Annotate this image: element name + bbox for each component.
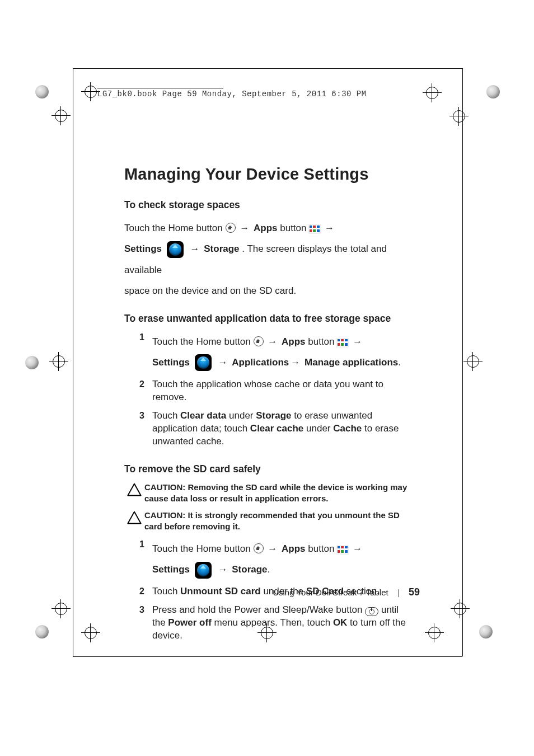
print-dot-icon <box>479 625 493 638</box>
text: . The screen displays the total and avai… <box>124 243 387 275</box>
footer-separator: | <box>391 588 406 597</box>
paragraph: space on the device and on the SD card. <box>124 285 410 298</box>
step-number: 1 <box>124 331 152 344</box>
settings-icon <box>195 562 212 579</box>
caution-label: CAUTION: <box>144 482 188 492</box>
step-item: 3 Press and hold the Power and Sleep/Wak… <box>124 604 410 642</box>
step-item: 1 Touch the Home button → Apps button → … <box>124 538 410 580</box>
label-apps: Apps <box>254 223 278 233</box>
text: Touch <box>152 586 180 597</box>
step-text: Press and hold the Power and Sleep/Wake … <box>152 604 410 642</box>
arrow-icon: → <box>217 564 229 575</box>
arrow-icon: → <box>351 336 364 347</box>
registration-mark-icon <box>81 623 100 642</box>
label-storage: Storage <box>256 410 291 421</box>
registration-mark-icon <box>51 106 71 125</box>
text: under <box>229 410 256 421</box>
print-dot-icon <box>35 85 49 98</box>
content-block: Managing Your Device Settings To check s… <box>124 163 410 657</box>
print-dot-icon <box>25 356 39 369</box>
crop-frame-left <box>73 68 73 656</box>
home-icon <box>226 223 236 233</box>
header-rule <box>97 88 223 89</box>
page-title: Managing Your Device Settings <box>124 163 410 185</box>
label-power-off: Power off <box>168 617 211 628</box>
text: button <box>308 336 337 347</box>
label-settings: Settings <box>124 243 162 254</box>
apps-grid-icon <box>309 225 320 233</box>
label-cache: Cache <box>333 423 362 434</box>
registration-mark-icon <box>463 352 483 371</box>
text: Touch <box>152 410 180 421</box>
step-number: 2 <box>124 378 152 391</box>
step-item: 1 Touch the Home button → Apps button → … <box>124 331 410 373</box>
registration-mark-icon <box>49 352 68 371</box>
label-ok: OK <box>333 617 348 628</box>
text: button <box>308 543 337 554</box>
step-item: 3 Touch Clear data under Storage to eras… <box>124 410 410 448</box>
text: button <box>280 223 309 233</box>
print-dot-icon <box>35 625 49 638</box>
label-storage: Storage <box>232 564 267 575</box>
caution-block: CAUTION: Removing the SD card while the … <box>124 482 410 505</box>
arrow-icon: → <box>323 223 336 233</box>
text: Touch the Home button <box>124 223 226 233</box>
label-apps: Apps <box>282 543 306 554</box>
label-applications: Applications <box>232 357 289 368</box>
section-remove-sd: To remove the SD card safely CAUTION: Re… <box>124 463 410 642</box>
footer-book-title: Using Your Dell Streak 7 Tablet <box>273 588 388 597</box>
step-number: 3 <box>124 410 152 422</box>
section-check-storage: To check storage spaces Touch the Home b… <box>124 199 410 298</box>
text: under <box>306 423 333 434</box>
label-clear-cache: Clear cache <box>250 423 303 434</box>
step-text: Touch the application whose cache or dat… <box>152 378 410 404</box>
caution-text: CAUTION: It is strongly recommended that… <box>144 510 410 533</box>
arrow-icon: → <box>217 357 229 368</box>
step-text: Touch Clear data under Storage to erase … <box>152 410 410 448</box>
step-text: Touch the Home button → Apps button → Se… <box>152 331 410 373</box>
caution-triangle-icon <box>124 510 144 525</box>
crop-frame-right <box>462 68 463 656</box>
print-dot-icon <box>486 85 500 98</box>
power-button-icon <box>365 607 378 616</box>
arrow-icon: → <box>189 243 202 254</box>
settings-icon <box>195 354 212 371</box>
arrow-icon: → <box>289 357 302 368</box>
home-icon <box>254 336 264 346</box>
label-manage-apps: Manage applications <box>305 357 398 368</box>
home-icon <box>254 543 264 553</box>
label-clear-data: Clear data <box>180 410 226 421</box>
arrow-icon: → <box>266 543 279 554</box>
page-footer: Using Your Dell Streak 7 Tablet | 59 <box>235 586 420 598</box>
section-heading: To remove the SD card safely <box>124 463 410 476</box>
registration-mark-icon <box>451 599 470 618</box>
section-heading: To check storage spaces <box>124 199 410 212</box>
label-apps: Apps <box>282 336 306 347</box>
text: Touch the Home button <box>152 543 254 554</box>
text: Press and hold the Power and Sleep/Wake … <box>152 604 365 615</box>
footer-page-number: 59 <box>409 586 420 598</box>
text: menu appears. Then, touch <box>214 617 333 628</box>
caution-text: CAUTION: Removing the SD card while the … <box>144 482 410 505</box>
label-settings: Settings <box>152 357 190 368</box>
page: LG7_bk0.book Page 59 Monday, September 5… <box>0 0 534 756</box>
step-text: Touch the Home button → Apps button → Se… <box>152 538 410 580</box>
step-number: 1 <box>124 538 152 551</box>
arrow-icon: → <box>266 336 279 347</box>
caution-label: CAUTION: <box>144 510 188 520</box>
paragraph: Touch the Home button → Apps button → Se… <box>124 218 410 280</box>
registration-mark-icon <box>51 599 71 618</box>
caution-triangle-icon <box>124 482 144 497</box>
text: Touch the Home button <box>152 336 254 347</box>
running-header: LG7_bk0.book Page 59 Monday, September 5… <box>97 90 367 98</box>
arrow-icon: → <box>351 543 364 554</box>
caution-block: CAUTION: It is strongly recommended that… <box>124 510 410 533</box>
settings-icon <box>167 241 184 258</box>
step-item: 2 Touch the application whose cache or d… <box>124 378 410 404</box>
label-settings: Settings <box>152 564 190 575</box>
step-number: 2 <box>124 585 152 598</box>
registration-mark-icon <box>449 107 469 126</box>
label-storage: Storage <box>204 243 239 254</box>
registration-mark-icon <box>425 623 444 642</box>
steps-list: 1 Touch the Home button → Apps button → … <box>124 331 410 448</box>
